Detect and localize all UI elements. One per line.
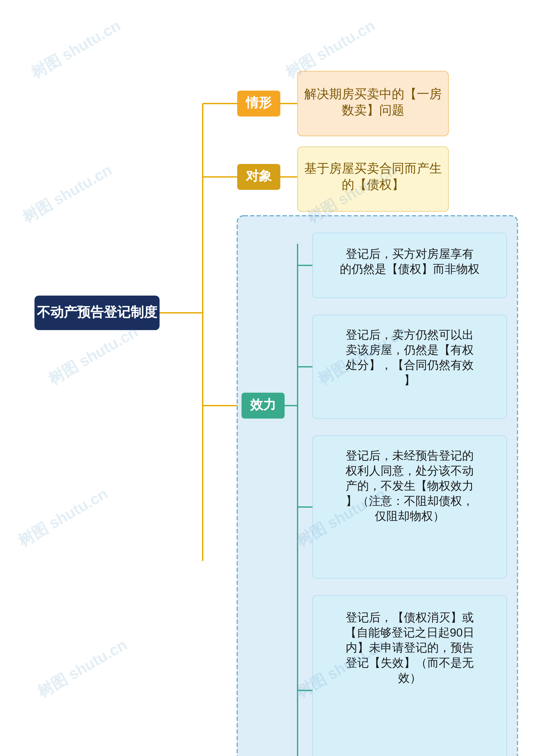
svg-text:仅阻却物权）: 仅阻却物权） (375, 509, 445, 522)
xiaoli-label: 效力 (250, 398, 276, 412)
svg-text:登记后，【债权消灭】或: 登记后，【债权消灭】或 (346, 611, 474, 624)
svg-text:登记后，卖方仍然可以出: 登记后，卖方仍然可以出 (346, 328, 474, 341)
svg-text:基于房屋买卖合同而产生: 基于房屋买卖合同而产生 (304, 161, 442, 175)
duixiang-label: 对象 (246, 169, 272, 183)
root-label: 不动产预告登记制度 (37, 305, 157, 320)
svg-text:的仍然是【债权】而非物权: 的仍然是【债权】而非物权 (340, 262, 479, 275)
page-background: 树图 shutu.cn 树图 shutu.cn 树图 shutu.cn 树图 s… (0, 0, 552, 756)
svg-text:卖该房屋，仍然是【有权: 卖该房屋，仍然是【有权 (346, 343, 474, 356)
svg-text:】（注意：不阻却债权，: 】（注意：不阻却债权， (346, 494, 474, 507)
svg-text:】: 】 (404, 373, 416, 387)
svg-text:的【债权】: 的【债权】 (342, 177, 404, 191)
svg-text:内】未申请登记的，预告: 内】未申请登记的，预告 (346, 641, 474, 654)
svg-text:【自能够登记之日起90日: 【自能够登记之日起90日 (345, 626, 474, 639)
svg-text:登记后，买方对房屋享有: 登记后，买方对房屋享有 (346, 247, 474, 260)
svg-text:登记后，未经预告登记的: 登记后，未经预告登记的 (346, 449, 474, 462)
svg-text:登记【失效】（而不是无: 登记【失效】（而不是无 (346, 656, 474, 669)
svg-text:权利人同意，处分该不动: 权利人同意，处分该不动 (346, 464, 474, 477)
svg-text:效）: 效） (398, 671, 421, 684)
mind-map-svg: 不动产预告登记制度 情形 对象 解决期房买卖中的【一房 数卖】问题 (0, 0, 552, 756)
svg-text:数卖】问题: 数卖】问题 (342, 103, 404, 117)
qingxing-label: 情形 (245, 95, 272, 110)
svg-text:处分】，【合同仍然有效: 处分】，【合同仍然有效 (346, 358, 474, 371)
svg-text:解决期房买卖中的【一房: 解决期房买卖中的【一房 (304, 87, 442, 101)
svg-text:产的，不发生【物权效力: 产的，不发生【物权效力 (346, 479, 474, 492)
